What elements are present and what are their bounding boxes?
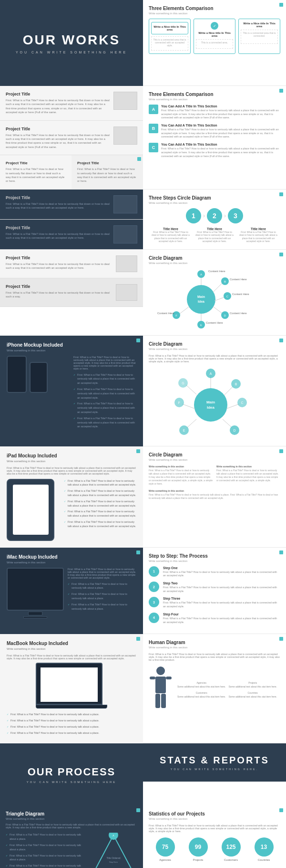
human-stat-text-2: Some additional text about this stat ite… — [228, 685, 276, 688]
ipad-list-4: First: What is a Flat Title? How to deal… — [64, 509, 136, 518]
macbook-mockup-section: MacBook Mockup Included Write something … — [0, 634, 143, 743]
hero-section: OUR WORKS YOU CAN WRITE SOMETHING HERE — [0, 0, 143, 86]
triangle-list-3: First: What is a Flat Title? How to deal… — [6, 854, 85, 862]
svg-text:E: E — [183, 429, 185, 432]
projects-row: Project Title First: What is a Flat Titl… — [0, 155, 143, 190]
svg-line-15 — [213, 307, 223, 314]
circle-diagram-1-svg: Main Idea A Content Here B Content Here … — [149, 268, 277, 330]
stp-title: Step to Step: The Process — [149, 553, 280, 559]
ipad-mockup-section: iPad Mockup Included Write something in … — [0, 446, 143, 548]
svg-point-51 — [156, 667, 165, 675]
macbook-device-area — [7, 663, 136, 709]
abc-row-a: A You Can Add A Title In This Section Fi… — [149, 105, 280, 120]
triangle-svg-area: A B C Title Ordered Step Here — [90, 833, 137, 868]
svg-text:Step Here: Step Here — [109, 861, 118, 863]
macbook-screen-inner — [41, 667, 98, 702]
step-proc-text-2: First: What is a Flat Title? How to deal… — [163, 586, 280, 593]
imac-body: First: What is a Flat Title? How to deal… — [7, 568, 136, 613]
project-text-4: First: What is a Flat Title? How to deal… — [77, 167, 137, 183]
abc-content-b: You Can Add A Title In This Section Firs… — [161, 124, 280, 139]
triangle-badge — [136, 808, 140, 812]
svg-text:A: A — [210, 372, 212, 375]
ipad-body: First: What is a Flat Title? How to deal… — [7, 479, 136, 541]
three-cols-container: Write a Nice title In This area This is … — [149, 19, 280, 54]
step-proc-text-3: First: What is a Flat Title? How to deal… — [163, 601, 280, 608]
step-content-2: Step Two First: What is a Flat Title? Ho… — [163, 582, 280, 593]
dark-project-image-1 — [113, 195, 137, 213]
human-stat-label-2: Projects — [228, 681, 276, 684]
abc-text-b: First: What is a Flat Title? How to deal… — [161, 128, 280, 139]
svg-text:Main: Main — [197, 295, 205, 298]
steps-subtitle: Write something in this section — [149, 201, 280, 204]
svg-text:D: D — [233, 429, 235, 432]
project-item-1: Project Title First: What is a Flat Titl… — [0, 86, 143, 121]
abc-text-a: First: What is a Flat Title? How to deal… — [161, 109, 280, 120]
stat-circle-4: 13 — [255, 837, 274, 857]
projects-section: Project Title First: What is a Flat Titl… — [0, 86, 143, 190]
imac-base — [23, 616, 47, 618]
stats-proj-subtitle: Write something in this section — [149, 817, 280, 820]
cd3-text-2: First: What is a Flat Title? How to deal… — [216, 469, 280, 482]
iphone-list-4: First: What is a Flat Title? How to deal… — [73, 416, 136, 429]
svg-point-0 — [187, 285, 215, 314]
step-process-rows: 1 Step One First: What is a Flat Title? … — [149, 566, 280, 625]
col-2-title: Write a Nice title In This area — [196, 32, 233, 37]
circle-diagram-1-section: Circle Diagram Write something in this s… — [143, 250, 286, 336]
macbook-badge — [136, 637, 140, 641]
svg-line-36 — [226, 404, 239, 409]
stats-hero-section: STATS & REPORTS YOU CAN WRITE SOMETHING … — [143, 743, 286, 782]
cd3-body-area: Write something in this section First: W… — [149, 465, 280, 486]
col-item-1: Write a Nice title In This area This is … — [149, 19, 191, 54]
col-item-3: Write a Nice title In This area This is … — [238, 19, 280, 54]
imac-list-2: First: What is a Flat Title? How to deal… — [68, 592, 136, 601]
triangle-list-1: First: What is a Flat Title? How to deal… — [6, 833, 85, 841]
cd3-write-label-1: Write something in this section — [149, 465, 213, 468]
human-stat-4: Countries Some additional text about thi… — [228, 691, 276, 699]
svg-line-48 — [186, 385, 196, 394]
human-stats: Agencies Some additional text about this… — [177, 681, 280, 699]
abc-content-c: You Can Add A Title In This Section Firs… — [161, 143, 280, 158]
svg-text:B: B — [224, 280, 226, 283]
hd-subtitle: Write something in this section — [149, 646, 280, 649]
stat-circle-1: 75 — [156, 837, 175, 857]
cd3-text-1: First: What is a Flat Title? How to deal… — [149, 469, 213, 486]
project-item-3: Project Title First: What is a Flat Titl… — [0, 155, 72, 190]
slide-badge-cd3 — [279, 449, 283, 453]
process-hero-section: OUR PROCESS YOU CAN WRITE SOMETHING HERE — [0, 743, 143, 805]
triangle-title: Triangle Diagram — [6, 811, 137, 816]
abc-subtitle: Write something in this section — [149, 98, 280, 101]
abc-title-a: You Can Add A Title In This Section — [161, 105, 280, 108]
circle-diagram-2-section: Circle Diagram Write something in this s… — [143, 336, 286, 446]
ipad-list-area: First: What is a Flat Title? How to deal… — [64, 479, 136, 541]
ipad-device — [7, 479, 54, 541]
step-content-3: Step Three First: What is a Flat Title? … — [163, 597, 280, 608]
svg-text:Main: Main — [206, 400, 215, 404]
three-steps-circle: Three Steps Circle Diagram Write somethi… — [143, 190, 286, 250]
cd3-write-label-2: Write something in this section — [216, 465, 280, 468]
step-1-title: Title Here — [152, 227, 190, 231]
iphone-subtitle: Write something in this section — [7, 349, 136, 352]
ipad-desc: First: What is a Flat Title? How to deal… — [7, 466, 136, 475]
process-hero-subtitle: YOU CAN WRITE SOMETHING HERE — [27, 781, 117, 783]
triangle-desc: First: What is a Flat Title? How to deal… — [6, 823, 137, 829]
steps-circles-row: 1 › 2 › 3 — [149, 208, 280, 223]
mixed-project-2: Project Title First: What is a Flat Titl… — [0, 278, 143, 307]
macbook-keyboard-base — [36, 705, 107, 709]
human-stat-1: Agencies Some additional text about this… — [177, 681, 225, 688]
abc-letter-c: C — [149, 143, 158, 152]
svg-line-39 — [223, 419, 232, 428]
project-item-4: Project Title First: What is a Flat Titl… — [72, 155, 143, 190]
iphone-list-1: First: What is a Flat Title? How to deal… — [73, 373, 136, 385]
svg-line-33 — [224, 386, 234, 395]
iphone-body: First: What is a Flat Title? How to deal… — [7, 356, 136, 431]
step-proc-2: 2 Step Two First: What is a Flat Title? … — [149, 582, 280, 593]
mixed-image-1 — [116, 255, 137, 272]
human-stat-text-3: Some additional text about this stat ite… — [177, 695, 225, 699]
triangle-list-2: First: What is a Flat Title? How to deal… — [6, 843, 85, 852]
project-badge-4 — [137, 157, 141, 161]
svg-text:Content Here: Content Here — [230, 312, 247, 315]
stat-label-1: Agencies — [156, 858, 175, 861]
human-figure-svg — [149, 665, 173, 713]
imac-list-3: First: What is a Flat Title? How to deal… — [68, 603, 136, 611]
human-stat-3: Customers Some additional text about thi… — [177, 691, 225, 699]
